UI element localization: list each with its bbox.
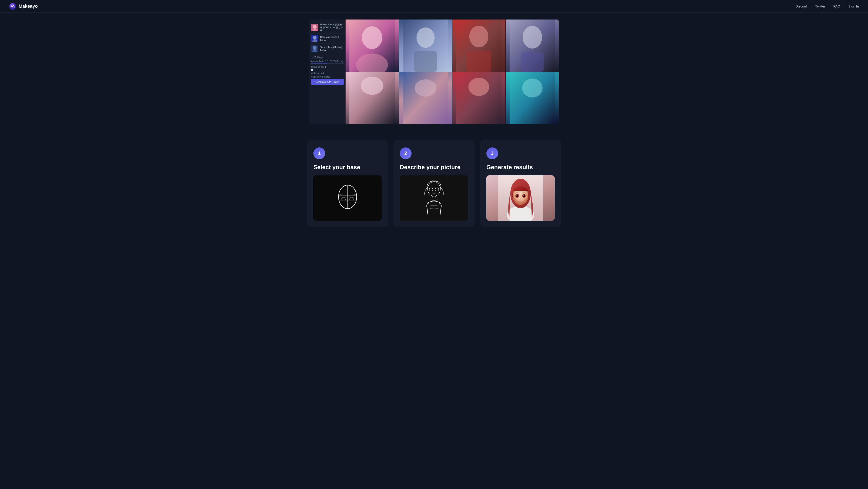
step-1-title: Select your base xyxy=(313,164,382,171)
svg-point-0 xyxy=(9,3,16,10)
step-3-badge: 3 xyxy=(486,147,498,159)
hero-section: Miyako Saitou 斉藤都子 | Oshi no Ko 推しの子 Dar… xyxy=(0,13,868,127)
svg-point-36 xyxy=(428,182,440,196)
svg-point-34 xyxy=(341,197,346,200)
svg-point-25 xyxy=(414,80,436,97)
gallery-image[interactable] xyxy=(399,72,452,124)
sign-in-button[interactable]: Sign In xyxy=(848,4,859,8)
step-2-card: 2 Describe your picture xyxy=(394,140,474,227)
svg-point-20 xyxy=(522,26,542,49)
lora-name: Miyako Saitou 斉藤都子 | Oshi no Ko 推しの子 xyxy=(320,23,344,32)
step-1-badge: 1 xyxy=(313,147,325,159)
svg-point-11 xyxy=(362,26,382,49)
gallery-image[interactable] xyxy=(506,72,559,124)
svg-point-35 xyxy=(349,197,354,200)
svg-point-29 xyxy=(522,79,542,97)
aspect-ratio-row: Aspect Ratio: 1:1 512,512 xyxy=(311,60,344,63)
step-3-image xyxy=(486,175,555,221)
lora-name: Samus Aran (Metroid) LoRA xyxy=(320,46,344,52)
steps-grid: 1 Select your base 2 Describe your pictu… xyxy=(307,140,561,227)
gallery-image[interactable] xyxy=(346,72,399,124)
list-item[interactable]: Samus Aran (Metroid) LoRA xyxy=(309,44,346,54)
gallery-image[interactable] xyxy=(346,20,399,72)
settings-label: Settings xyxy=(314,56,323,59)
svg-point-5 xyxy=(313,36,316,40)
svg-rect-15 xyxy=(414,51,437,72)
step-2-badge: 2 xyxy=(400,147,411,159)
logo-text: Makeayo xyxy=(19,4,38,9)
generate-button[interactable]: Generate (Ctrl+Enter) xyxy=(311,79,344,85)
gallery-panel xyxy=(346,20,559,124)
list-item[interactable]: Dark Magician Girl LoRA xyxy=(309,34,346,44)
svg-point-50 xyxy=(523,194,524,195)
steps-section: 1 Select your base 2 Describe your pictu… xyxy=(298,127,570,245)
image-count-dot xyxy=(311,69,313,71)
hero-inner: Miyako Saitou 斉藤都子 | Oshi no Ko 推しの子 Dar… xyxy=(309,20,559,124)
main-nav: Discord Twitter FAQ Sign In xyxy=(796,4,859,8)
gallery-image[interactable] xyxy=(399,20,452,72)
svg-point-2 xyxy=(313,25,316,29)
upscaler-link[interactable]: › Upscaler Settings xyxy=(311,75,344,78)
aspect-ratio-label: Aspect Ratio: 1:1 512,512 xyxy=(311,60,338,63)
svg-point-14 xyxy=(416,27,434,48)
lora-thumbnail xyxy=(311,24,318,31)
svg-point-37 xyxy=(429,188,433,191)
line-art-character-icon xyxy=(419,180,449,216)
svg-point-27 xyxy=(468,78,489,96)
svg-point-8 xyxy=(313,46,316,50)
header: Makeayo Discord Twitter FAQ Sign In xyxy=(0,0,868,13)
nav-discord[interactable]: Discord xyxy=(796,4,807,8)
step-2-image xyxy=(400,175,468,221)
chevron-icon xyxy=(311,56,313,58)
aspect-ratio-slider[interactable] xyxy=(311,63,344,64)
svg-line-40 xyxy=(436,196,436,199)
step-2-title: Describe your picture xyxy=(400,164,468,171)
list-item[interactable]: Miyako Saitou 斉藤都子 | Oshi no Ko 推しの子 xyxy=(309,22,346,34)
step-1-image xyxy=(313,175,382,221)
nav-faq[interactable]: FAQ xyxy=(833,4,840,8)
svg-rect-18 xyxy=(466,51,491,72)
settings-header: Settings xyxy=(311,56,344,59)
image-count-row: Image count: 1 xyxy=(311,65,344,68)
sidebar-panel: Miyako Saitou 斉藤都子 | Oshi no Ko 推しの子 Dar… xyxy=(309,20,346,124)
svg-point-23 xyxy=(361,77,383,95)
settings-panel: Settings Aspect Ratio: 1:1 512,512 Image… xyxy=(309,54,346,87)
face-sketch-icon xyxy=(334,182,361,214)
makeayo-logo-icon xyxy=(9,3,16,10)
lora-name: Dark Magician Girl LoRA xyxy=(320,36,344,41)
step-3-card: 3 Generate results xyxy=(480,140,561,227)
gallery-image[interactable] xyxy=(453,20,505,72)
svg-rect-21 xyxy=(521,52,544,72)
svg-line-39 xyxy=(432,196,432,199)
step-1-card: 1 Select your base xyxy=(307,140,388,227)
lora-thumbnail xyxy=(311,45,318,52)
gallery-image[interactable] xyxy=(453,72,505,124)
gallery-image[interactable] xyxy=(506,20,559,72)
svg-point-49 xyxy=(516,194,517,195)
nav-twitter[interactable]: Twitter xyxy=(815,4,825,8)
svg-point-17 xyxy=(469,26,489,48)
logo[interactable]: Makeayo xyxy=(9,3,38,10)
advanced-link[interactable]: ⚙ Advanced xyxy=(311,72,344,74)
svg-point-38 xyxy=(435,188,439,191)
step-3-title: Generate results xyxy=(486,164,555,171)
arrows-icon xyxy=(341,60,344,63)
lora-thumbnail xyxy=(311,35,318,42)
image-count-label: Image count: 1 xyxy=(311,65,326,68)
